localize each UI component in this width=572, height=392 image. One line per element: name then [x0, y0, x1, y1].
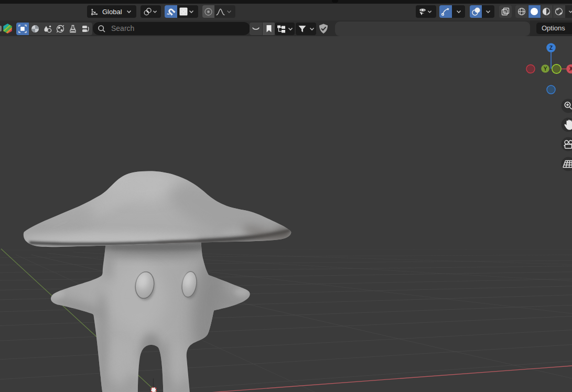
svg-text:X: X	[569, 66, 572, 72]
svg-text:Z: Z	[549, 45, 553, 51]
svg-text:Y: Y	[544, 66, 547, 72]
